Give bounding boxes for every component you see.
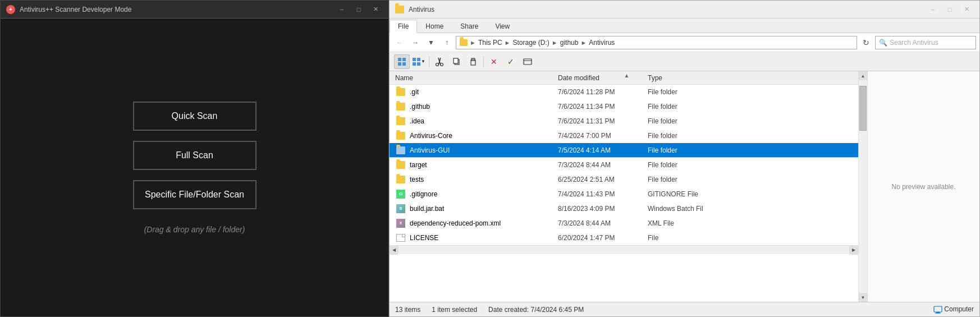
svg-rect-4 <box>413 58 416 61</box>
properties-button[interactable] <box>520 54 535 69</box>
horizontal-scrollbar: ◀ ▶ <box>390 245 858 254</box>
table-row[interactable]: Antivirus-Core7/4/2024 7:00 PMFile folde… <box>390 128 858 143</box>
specific-scan-button[interactable]: Specific File/Folder Scan <box>133 180 257 209</box>
up-button[interactable]: ↑ <box>440 36 454 49</box>
maximize-button[interactable]: □ <box>351 4 366 15</box>
vertical-scrollbar: ▲ ▼ <box>858 71 867 302</box>
tab-view[interactable]: View <box>487 20 518 33</box>
folder-title-icon <box>395 6 404 13</box>
file-type: File folder <box>648 117 853 125</box>
window-controls: − □ ✕ <box>335 4 383 15</box>
file-date: 7/4/2024 7:00 PM <box>558 132 648 140</box>
svg-rect-6 <box>413 62 416 66</box>
col-header-date[interactable]: Date modified <box>558 74 648 82</box>
close-button[interactable]: ✕ <box>368 4 383 15</box>
scroll-down-button[interactable]: ▼ <box>859 293 868 302</box>
file-date: 6/20/2024 1:47 PM <box>558 234 648 242</box>
refresh-button[interactable]: ↻ <box>859 36 873 49</box>
file-name: tests <box>410 176 558 183</box>
large-icons-button[interactable] <box>394 54 410 69</box>
file-date: 8/16/2023 4:09 PM <box>558 205 648 213</box>
scroll-thumb[interactable] <box>859 86 867 131</box>
breadcrumb-github[interactable]: github <box>560 39 579 47</box>
right-maximize-button[interactable]: □ <box>942 4 957 15</box>
file-date: 7/6/2024 11:34 PM <box>558 103 648 111</box>
file-date: 7/6/2024 11:28 PM <box>558 88 648 96</box>
svg-rect-15 <box>471 58 475 61</box>
copy-button[interactable] <box>448 54 464 69</box>
file-icon <box>395 161 406 169</box>
address-path[interactable]: ► This PC ► Storage (D:) ► github ► Anti… <box>456 36 857 49</box>
right-close-button[interactable]: ✕ <box>959 4 974 15</box>
file-icon: B <box>395 204 406 213</box>
svg-rect-5 <box>417 58 420 61</box>
hscroll-track[interactable] <box>399 246 849 254</box>
hscroll-right-button[interactable]: ▶ <box>849 246 858 255</box>
computer-label: Computer <box>933 305 974 314</box>
explorer-icon <box>395 6 404 13</box>
rename-button[interactable]: ✓ <box>503 54 519 69</box>
tab-share[interactable]: Share <box>452 20 487 33</box>
table-row[interactable]: .idea7/6/2024 11:31 PMFile folder <box>390 114 858 128</box>
breadcrumb-antivirus: Antivirus <box>589 39 615 47</box>
right-titlebar: Antivirus − □ ✕ <box>390 1 979 19</box>
search-bar[interactable]: 🔍 Search Antivirus <box>875 36 976 49</box>
toolbar-separator-2 <box>483 56 484 67</box>
quick-scan-button[interactable]: Quick Scan <box>133 102 257 131</box>
breadcrumb-this-pc[interactable]: This PC <box>478 39 502 47</box>
table-row[interactable]: Antivirus-GUI7/5/2024 4:14 AMFile folder <box>390 143 858 158</box>
address-folder-icon <box>460 39 468 46</box>
col-header-type[interactable]: Type <box>648 74 853 82</box>
app-icon: + <box>6 5 15 14</box>
delete-button[interactable]: ✕ <box>486 54 502 69</box>
table-row[interactable]: G.gitignore7/4/2024 11:43 PMGITIGNORE Fi… <box>390 187 858 201</box>
table-row[interactable]: Bbuild.jar.bat8/16/2023 4:09 PMWindows B… <box>390 201 858 216</box>
table-row[interactable]: target7/3/2024 8:44 AMFile folder <box>390 158 858 172</box>
toolbar-separator-1 <box>429 56 429 67</box>
table-row[interactable]: .github7/6/2024 11:34 PMFile folder <box>390 99 858 114</box>
file-icon <box>395 132 406 140</box>
no-preview-label: No preview available. <box>891 183 955 191</box>
table-row[interactable]: tests6/25/2024 2:51 AMFile folder <box>390 172 858 187</box>
file-name: build.jar.bat <box>410 205 558 213</box>
search-placeholder: Search Antivirus <box>890 39 938 47</box>
cut-button[interactable] <box>432 54 447 69</box>
view-options-button[interactable]: ▼ <box>411 54 427 69</box>
tab-home[interactable]: Home <box>417 20 452 33</box>
file-icon <box>395 176 406 183</box>
sort-arrow: ▲ <box>624 72 630 79</box>
recent-locations-button[interactable]: ▼ <box>424 36 438 49</box>
table-row[interactable]: .git7/6/2024 11:28 PMFile folder <box>390 85 858 99</box>
col-header-name[interactable]: Name <box>395 74 558 82</box>
table-row[interactable]: LICENSE6/20/2024 1:47 PMFile <box>390 231 858 245</box>
svg-rect-16 <box>524 59 532 65</box>
back-button[interactable]: ← <box>393 36 406 49</box>
breadcrumb-storage[interactable]: Storage (D:) <box>512 39 549 47</box>
titlebar-left: + Antivirus++ Scanner Developer Mode <box>6 5 131 14</box>
date-created-label: Date created: <box>488 306 529 314</box>
paste-button[interactable] <box>465 54 481 69</box>
table-row[interactable]: Xdependency-reduced-pom.xml7/3/2024 8:44… <box>390 216 858 231</box>
minimize-button[interactable]: − <box>335 4 349 15</box>
file-date: 6/25/2024 2:51 AM <box>558 176 648 183</box>
toolbar: ▼ <box>390 52 979 71</box>
computer-text: Computer <box>944 305 974 313</box>
forward-button[interactable]: → <box>409 36 422 49</box>
file-name: .gitignore <box>410 190 558 198</box>
file-type: File folder <box>648 132 853 140</box>
left-titlebar: + Antivirus++ Scanner Developer Mode − □… <box>1 1 388 19</box>
right-minimize-button[interactable]: − <box>926 4 940 15</box>
full-scan-button[interactable]: Full Scan <box>133 141 257 170</box>
svg-rect-13 <box>454 58 458 63</box>
file-date: 7/3/2024 8:44 AM <box>558 161 648 169</box>
hscroll-left-button[interactable]: ◀ <box>390 246 399 255</box>
address-bar: ← → ▼ ↑ ► This PC ► Storage (D:) ► githu… <box>390 33 979 52</box>
file-rows-container: .git7/6/2024 11:28 PMFile folder.github7… <box>390 85 858 245</box>
tab-file[interactable]: File <box>390 20 417 33</box>
file-date: 7/5/2024 4:14 AM <box>558 146 648 154</box>
file-name: dependency-reduced-pom.xml <box>410 219 558 227</box>
scroll-up-button[interactable]: ▲ <box>859 71 868 80</box>
app-title: Antivirus++ Scanner Developer Mode <box>20 6 131 13</box>
file-type: Windows Batch Fil <box>648 205 853 213</box>
file-type: File folder <box>648 146 853 154</box>
